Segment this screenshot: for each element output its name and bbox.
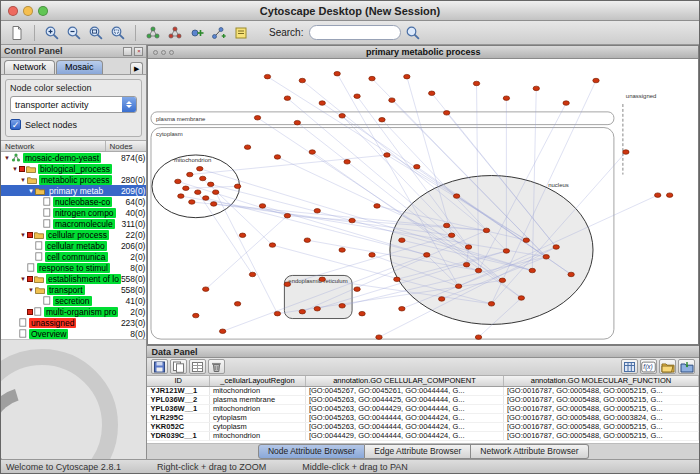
network-node[interactable] [203,287,209,292]
search-options-icon[interactable] [403,23,423,43]
network-node[interactable] [235,302,241,307]
network-node[interactable] [295,120,301,125]
network-node[interactable] [504,96,510,101]
table-cell[interactable]: [GO:0045263, GO:0044444, GO:0044424, G..… [305,422,503,431]
tree-row-metabolic-process[interactable]: ▼metabolic process280(0) [1,174,146,185]
table-cell[interactable]: [GO:0044429, GO:0044444, GO:0044424, G..… [305,431,503,440]
network-node[interactable] [543,255,549,260]
create-network-icon[interactable] [165,23,185,43]
network-node[interactable] [354,287,360,292]
expander-icon[interactable]: ▼ [11,166,19,172]
zoom-selected-icon[interactable] [108,23,128,43]
minimize-window-button[interactable] [23,6,33,16]
cell-id[interactable]: YLR295C [147,413,209,422]
network-node[interactable] [504,249,510,254]
table-cell[interactable]: [GO:0045267, GO:0045261, GO:0044444, G..… [305,386,503,395]
network-node[interactable] [310,150,316,155]
network-node[interactable] [394,277,400,282]
network-node[interactable] [568,272,574,277]
expander-icon[interactable]: ▼ [19,177,27,183]
tree-row-biological-process[interactable]: ▼biological_process [1,163,146,174]
network-node[interactable] [354,94,360,99]
tree-row-secretion[interactable]: secretion41(0) [1,295,146,306]
copy-icon[interactable] [170,359,187,374]
tree-row-cell-communica[interactable]: cell communica2(0) [1,251,146,262]
close-window-button[interactable] [8,6,18,16]
network-node[interactable] [476,268,482,273]
tree-row-nitrogen-compo[interactable]: nitrogen compo40(0) [1,207,146,218]
network-node[interactable] [315,209,321,214]
cell-id[interactable]: YJR121W__1 [147,386,209,395]
table-cell[interactable]: [GO:0045263, GO:0044429, GO:0044444, G..… [305,404,503,413]
table-cell[interactable]: cytoplasm [209,422,305,431]
tab-edge-attribute-browser[interactable]: Edge Attribute Browser [365,444,471,459]
network-node[interactable] [456,284,462,289]
network-node[interactable] [339,304,345,309]
tree-row-unassigned[interactable]: unassigned223(0) [1,317,146,328]
column-header-cellularlayoutregion[interactable]: _cellularLayoutRegion [209,376,305,386]
network-node[interactable] [444,223,450,228]
network-node[interactable] [369,253,375,258]
network-node[interactable] [240,233,246,238]
expander-icon[interactable]: ▼ [19,232,27,238]
zoom-out-icon[interactable] [64,23,84,43]
network-node[interactable] [464,262,470,267]
network-node[interactable] [374,204,380,209]
cell-id[interactable]: YKR052C [147,422,209,431]
network-node[interactable] [474,81,480,86]
table-row[interactable]: YLR295Ccytoplasm[GO:0045263, GO:0044444,… [147,413,698,422]
table-cell[interactable]: cytoplasm [209,413,305,422]
network-node[interactable] [429,91,435,96]
table-cell[interactable]: [GO:0016787, GO:0005488, GO:0005215, G..… [503,422,698,431]
select-nodes-checkbox[interactable]: ✓ [10,119,21,130]
network-node[interactable] [197,166,203,171]
network-node[interactable] [285,213,291,218]
tree-row-mosaic-demo-yeast[interactable]: ▼mosaic-demo-yeast874(6) [1,152,146,163]
network-node[interactable] [315,306,321,311]
network-node[interactable] [270,243,276,248]
network-node[interactable] [275,311,281,316]
network-node[interactable] [399,238,405,243]
network-node[interactable] [593,78,599,83]
delete-attribute-icon[interactable] [208,359,225,374]
network-node[interactable] [563,101,569,106]
network-node[interactable] [344,160,350,165]
network-node[interactable] [250,272,256,277]
network-canvas[interactable]: plasma membranecytoplasmmitochondrionnuc… [148,59,698,344]
network-node[interactable] [195,190,201,195]
network-node[interactable] [466,245,472,250]
network-node[interactable] [379,117,385,122]
tab-network-attribute-browser[interactable]: Network Attribute Browser [471,444,588,459]
expander-icon[interactable]: ▼ [19,276,27,282]
table-cell[interactable]: plasma membrane [209,395,305,404]
network-node[interactable] [384,153,390,158]
network-node[interactable] [203,196,209,201]
network-node[interactable] [424,253,430,258]
network-node[interactable] [359,311,365,316]
network-node[interactable] [399,306,405,311]
network-node[interactable] [300,78,306,83]
network-node[interactable] [319,277,325,282]
network-node[interactable] [444,111,450,116]
cell-id[interactable]: YPL036W__1 [147,404,209,413]
tree-row-primary-metab[interactable]: ▼primary metab209(0) [1,185,146,196]
cell-id[interactable]: YDR039C__1 [147,431,209,440]
column-header-id[interactable]: ID [147,376,209,386]
attribute-matrix-icon[interactable] [621,359,638,374]
frame-minimize-icon[interactable] [161,50,166,55]
table-row[interactable]: YPL036W__2plasma membrane[GO:0045263, GO… [147,395,698,404]
network-node[interactable] [178,194,184,199]
annotation-icon[interactable] [231,23,251,43]
network-node[interactable] [208,182,214,187]
close-panel-icon[interactable]: × [134,47,143,56]
network-node[interactable] [235,184,241,189]
tree-row-multi-organism-pro[interactable]: multi-organism pro2(0) [1,306,146,317]
network-node[interactable] [305,238,311,243]
function-builder-icon[interactable]: f(x) [640,359,657,374]
network-node[interactable] [275,155,281,160]
overview-network-icon[interactable] [143,23,163,43]
network-node[interactable] [187,172,193,177]
expander-icon[interactable]: ▼ [27,287,35,293]
network-node[interactable] [245,145,251,150]
tab-network[interactable]: Network [4,60,55,74]
